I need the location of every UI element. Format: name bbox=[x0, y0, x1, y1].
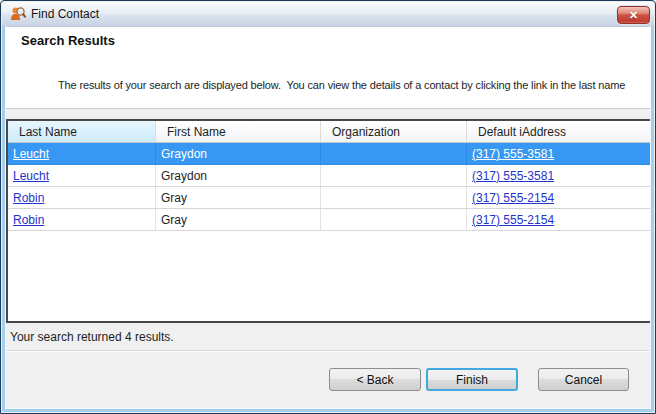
iaddress-cell: (317) 555-3581 bbox=[467, 143, 650, 164]
last-name-cell: Leucht bbox=[8, 143, 156, 164]
table-row[interactable]: Leucht Graydon (317) 555-3581 bbox=[8, 165, 650, 187]
column-header-default-iaddress[interactable]: Default iAddress bbox=[467, 121, 650, 143]
cancel-button[interactable]: Cancel bbox=[538, 368, 629, 391]
last-name-link[interactable]: Leucht bbox=[13, 169, 49, 183]
footer-divider bbox=[5, 350, 651, 352]
last-name-cell: Robin bbox=[8, 209, 156, 230]
column-header-last-name[interactable]: Last Name bbox=[8, 121, 156, 143]
organization-cell bbox=[321, 187, 467, 208]
iaddress-link[interactable]: (317) 555-2154 bbox=[472, 213, 554, 227]
search-results-table: Last Name First Name Organization Defaul… bbox=[6, 119, 652, 323]
wizard-header: Search Results The results of your searc… bbox=[2, 27, 654, 109]
organization-cell bbox=[321, 209, 467, 230]
first-name-cell: Graydon bbox=[156, 143, 321, 164]
iaddress-link[interactable]: (317) 555-3581 bbox=[472, 169, 554, 183]
iaddress-cell: (317) 555-3581 bbox=[467, 165, 650, 186]
page-title: Search Results bbox=[21, 33, 115, 48]
organization-cell bbox=[321, 165, 467, 186]
table-row[interactable]: Robin Gray (317) 555-2154 bbox=[8, 187, 650, 209]
table-row[interactable]: Leucht Graydon (317) 555-3581 bbox=[8, 143, 650, 165]
description-line: The results of your search are displayed… bbox=[58, 78, 625, 93]
find-contact-dialog: Find Contact ✕ Search Results The result… bbox=[0, 0, 656, 414]
finish-button[interactable]: Finish bbox=[426, 368, 518, 391]
iaddress-cell: (317) 555-2154 bbox=[467, 209, 650, 230]
page-description: The results of your search are displayed… bbox=[58, 48, 625, 109]
last-name-link[interactable]: Robin bbox=[13, 191, 44, 205]
iaddress-link[interactable]: (317) 555-2154 bbox=[472, 191, 554, 205]
first-name-cell: Gray bbox=[156, 209, 321, 230]
close-icon: ✕ bbox=[629, 9, 638, 21]
find-contact-icon bbox=[10, 6, 26, 22]
last-name-cell: Robin bbox=[8, 187, 156, 208]
status-bar: Your search returned 4 results. bbox=[5, 323, 651, 350]
iaddress-cell: (317) 555-2154 bbox=[467, 187, 650, 208]
organization-cell bbox=[321, 143, 467, 164]
close-button[interactable]: ✕ bbox=[617, 6, 650, 24]
last-name-link[interactable]: Leucht bbox=[13, 147, 49, 161]
back-button[interactable]: < Back bbox=[329, 368, 421, 391]
window-title: Find Contact bbox=[31, 7, 99, 21]
iaddress-link[interactable]: (317) 555-3581 bbox=[472, 147, 554, 161]
table-header-row: Last Name First Name Organization Defaul… bbox=[8, 121, 650, 143]
table-row[interactable]: Robin Gray (317) 555-2154 bbox=[8, 209, 650, 231]
last-name-link[interactable]: Robin bbox=[13, 213, 44, 227]
last-name-cell: Leucht bbox=[8, 165, 156, 186]
column-header-organization[interactable]: Organization bbox=[321, 121, 467, 143]
first-name-cell: Gray bbox=[156, 187, 321, 208]
column-header-first-name[interactable]: First Name bbox=[156, 121, 321, 143]
status-text: Your search returned 4 results. bbox=[10, 330, 174, 344]
titlebar[interactable]: Find Contact ✕ bbox=[2, 2, 654, 27]
first-name-cell: Graydon bbox=[156, 165, 321, 186]
